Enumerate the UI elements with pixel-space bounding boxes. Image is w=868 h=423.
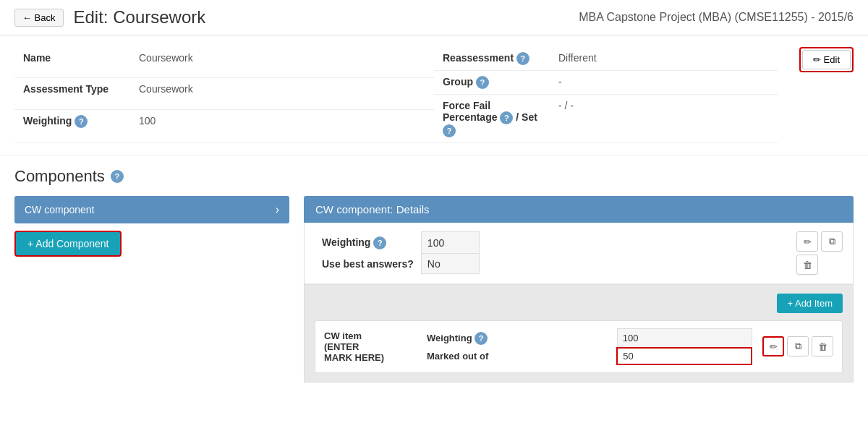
info-row-name: Name Coursework: [14, 47, 434, 78]
right-panel: CW component: Details Weighting ? 100: [304, 196, 854, 383]
item-weighting-value: 100: [617, 329, 752, 348]
action-icons: ✏ ⧉ 🗑: [796, 231, 843, 275]
details-edit-button[interactable]: ✏: [796, 231, 818, 252]
item-weighting-help-icon[interactable]: ?: [475, 332, 488, 345]
info-section: Name Coursework Assessment Type Coursewo…: [0, 35, 868, 155]
info-row-force-fail: Force Fail Percentage ? / Set ? - / -: [434, 95, 778, 143]
cw-component-label: CW component: [25, 204, 94, 215]
page-title: Edit: Coursework: [74, 7, 206, 27]
components-title: Components ?: [14, 167, 854, 186]
item-marked-out-of-row: Marked out of 50: [421, 348, 752, 364]
details-weighting-help-icon[interactable]: ?: [373, 236, 386, 249]
info-value-assessment-type: Coursework: [130, 78, 434, 109]
item-marked-out-of-label: Marked out of: [421, 348, 617, 364]
left-panel: CW component › + Add Component: [14, 196, 289, 383]
info-row-reassessment: Reassessment ? Different: [434, 47, 778, 71]
info-label-name: Name: [14, 47, 130, 78]
add-component-button[interactable]: + Add Component: [14, 231, 122, 257]
item-actions: ✏ ⧉ 🗑: [762, 336, 833, 356]
force-fail-help-icon[interactable]: ?: [500, 111, 513, 124]
item-weighting-row: Weighting ? 100: [421, 329, 752, 348]
details-fields-table: Weighting ? 100 Use best answers? No: [315, 231, 480, 274]
weighting-help-icon[interactable]: ?: [75, 115, 88, 128]
chevron-right-icon: ›: [276, 203, 279, 216]
details-top-grid: Weighting ? 100 Use best answers? No: [305, 223, 853, 284]
item-label-line3: MARK HERE): [324, 352, 411, 363]
item-copy-button[interactable]: ⧉: [787, 336, 809, 356]
details-fields: Weighting ? 100 Use best answers? No: [315, 231, 789, 274]
item-label: CW item (ENTER MARK HERE): [324, 330, 411, 363]
info-right-wrapper: Reassessment ? Different Group ? - Force…: [434, 47, 854, 143]
details-use-best-label: Use best answers?: [315, 254, 421, 274]
page: ← Back Edit: Coursework MBA Capstone Pro…: [0, 0, 868, 423]
item-row: CW item (ENTER MARK HERE) Weighting ? 10…: [315, 320, 843, 373]
info-row-assessment-type: Assessment Type Coursework: [14, 78, 434, 109]
info-value-force-fail: - / -: [550, 95, 778, 143]
course-info: MBA Capstone Project (MBA) (CMSE11255) -…: [579, 11, 854, 24]
action-icons-top-row: ✏ ⧉: [796, 231, 843, 252]
item-weighting-label: Weighting ?: [421, 329, 617, 348]
edit-button-wrapper: ✏ Edit: [799, 47, 854, 72]
info-label-assessment-type: Assessment Type: [14, 78, 130, 109]
item-section-header: + Add Item: [315, 294, 843, 313]
components-title-text: Components: [14, 167, 105, 186]
info-value-reassessment: Different: [550, 47, 778, 71]
item-fields: Weighting ? 100 Marked out of 50: [421, 328, 752, 365]
details-weighting-value: 100: [421, 232, 479, 254]
components-section: Components ? CW component › + Add Compon…: [0, 155, 868, 394]
details-copy-button[interactable]: ⧉: [821, 231, 843, 252]
info-label-weighting: Weighting ?: [14, 109, 130, 142]
item-section: + Add Item CW item (ENTER MARK HERE): [305, 284, 853, 382]
action-icons-bottom-row: 🗑: [796, 255, 843, 275]
info-label-reassessment: Reassessment ?: [434, 47, 550, 71]
details-weighting-label: Weighting ?: [315, 232, 421, 254]
info-label-force-fail: Force Fail Percentage ? / Set ?: [434, 95, 550, 143]
add-item-button[interactable]: + Add Item: [777, 294, 843, 313]
item-label-line2: (ENTER: [324, 341, 411, 352]
info-table-left: Name Coursework Assessment Type Coursewo…: [14, 47, 434, 143]
details-body: Weighting ? 100 Use best answers? No: [304, 223, 854, 383]
details-use-best-row: Use best answers? No: [315, 254, 479, 274]
item-marked-out-of-value: 50: [617, 348, 752, 364]
header-left: ← Back Edit: Coursework: [14, 7, 205, 27]
details-use-best-value: No: [421, 254, 479, 274]
components-help-icon[interactable]: ?: [111, 170, 124, 183]
page-header: ← Back Edit: Coursework MBA Capstone Pro…: [0, 0, 868, 35]
info-value-name: Coursework: [130, 47, 434, 78]
item-edit-button[interactable]: ✏: [762, 336, 784, 356]
info-row-group: Group ? -: [434, 71, 778, 95]
item-fields-table: Weighting ? 100 Marked out of 50: [421, 328, 752, 365]
info-label-group: Group ?: [434, 71, 550, 95]
details-delete-button[interactable]: 🗑: [796, 255, 818, 275]
group-help-icon[interactable]: ?: [476, 76, 489, 89]
set-help-icon[interactable]: ?: [443, 124, 456, 137]
components-layout: CW component › + Add Component CW compon…: [14, 196, 854, 383]
info-row-weighting: Weighting ? 100: [14, 109, 434, 142]
back-button[interactable]: ← Back: [14, 9, 64, 27]
info-value-weighting: 100: [130, 109, 434, 142]
info-value-group: -: [550, 71, 778, 95]
details-header: CW component: Details: [304, 196, 854, 223]
info-table-right: Reassessment ? Different Group ? - Force…: [434, 47, 778, 143]
details-weighting-row: Weighting ? 100: [315, 232, 479, 254]
cw-component-bar[interactable]: CW component ›: [14, 196, 289, 223]
item-delete-button[interactable]: 🗑: [812, 336, 833, 356]
reassessment-help-icon[interactable]: ?: [516, 52, 529, 65]
item-label-line1: CW item: [324, 330, 411, 341]
edit-button[interactable]: ✏ Edit: [802, 50, 851, 69]
